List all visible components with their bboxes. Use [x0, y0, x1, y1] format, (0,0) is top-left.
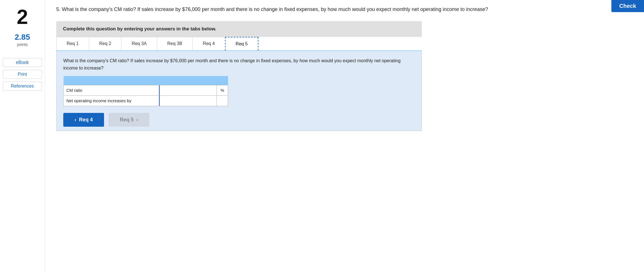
main-content: Check 5. What is the company's CM ratio?…: [45, 0, 644, 272]
cm-ratio-input[interactable]: [159, 85, 217, 95]
tab-req3b[interactable]: Req 3B: [157, 37, 193, 50]
net-income-input[interactable]: [159, 96, 217, 106]
tab-req5[interactable]: Req 5: [225, 37, 258, 50]
table-header-unit: [217, 76, 228, 85]
next-button-label: Req 5: [120, 117, 134, 123]
cm-ratio-unit: %: [217, 85, 228, 95]
net-income-input-cell: [159, 95, 217, 106]
points-value: 2.85: [15, 33, 30, 42]
net-income-label: Net operating income increases by: [64, 95, 159, 106]
points-label: points: [17, 42, 28, 47]
table-header-label: [64, 76, 159, 85]
sidebar-item-references[interactable]: References: [3, 82, 42, 91]
cm-ratio-input-cell: [159, 85, 217, 95]
prev-button-label: Req 4: [79, 117, 93, 123]
sidebar-links: eBook Print References: [3, 58, 42, 91]
tab-content-area: What is the company's CM ratio? If sales…: [56, 51, 422, 131]
tab-req4[interactable]: Req 4: [192, 37, 225, 50]
tabs-container: Req 1 Req 2 Req 3A Req 3B Req 4 Req 5: [56, 37, 422, 51]
check-button[interactable]: Check: [611, 0, 644, 12]
cm-ratio-label: CM ratio: [64, 85, 159, 95]
instruction-bar: Complete this question by entering your …: [56, 21, 422, 37]
sidebar: 2 2.85 points eBook Print References: [0, 0, 45, 272]
question-text: 5. What is the company's CM ratio? If sa…: [56, 6, 534, 13]
prev-button[interactable]: ‹ Req 4: [63, 113, 104, 127]
next-button: Req 5 ›: [109, 113, 149, 127]
net-income-unit: [217, 95, 228, 106]
next-chevron-icon: ›: [136, 117, 138, 123]
tab-req2[interactable]: Req 2: [89, 37, 122, 50]
prev-chevron-icon: ‹: [75, 117, 76, 123]
table-row: CM ratio %: [64, 85, 228, 95]
tab-req3a[interactable]: Req 3A: [121, 37, 157, 50]
tab-content-text: What is the company's CM ratio? If sales…: [63, 57, 415, 72]
table-header-value: [159, 76, 217, 85]
sidebar-item-ebook[interactable]: eBook: [3, 58, 42, 67]
nav-buttons: ‹ Req 4 Req 5 ›: [63, 113, 415, 127]
tab-req1[interactable]: Req 1: [56, 37, 89, 50]
sidebar-item-print[interactable]: Print: [3, 70, 42, 79]
table-row: Net operating income increases by: [64, 95, 228, 106]
question-number: 2: [17, 7, 28, 27]
answer-table: CM ratio % Net operating income increase…: [63, 76, 228, 106]
